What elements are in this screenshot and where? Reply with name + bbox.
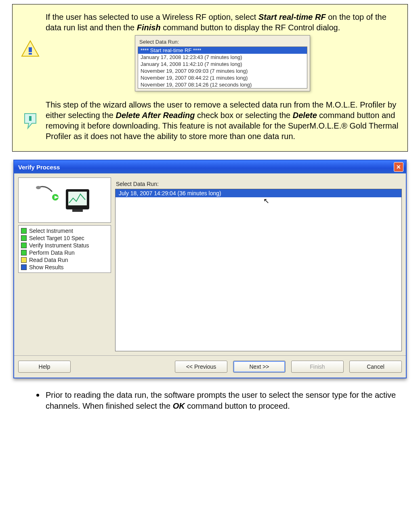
dialog-button-bar: Help << Previous Next >> Finish Cancel	[14, 355, 406, 378]
inset-item-selected: **** Start real-time RF ****	[138, 47, 307, 54]
note-row-delete: This step of the wizard allows the user …	[21, 99, 399, 141]
note-row-rf: If the user has selected to use a Wirele…	[21, 12, 399, 96]
wizard-step: Verify Instrument Status	[21, 242, 108, 249]
inset-item: November 19, 2007 09:09:03 (7 minutes lo…	[138, 68, 307, 74]
step-label: Read Data Run	[29, 257, 68, 263]
bold-delete: Delete	[293, 111, 317, 120]
inset-label: Select Data Run:	[139, 39, 307, 45]
svg-rect-4	[29, 116, 32, 121]
step-label: Show Results	[29, 264, 64, 270]
inset-item: November 19, 2007 08:44:22 (1 minutes lo…	[138, 74, 307, 81]
note-delete-text: This step of the wizard allows the user …	[46, 99, 399, 141]
previous-button[interactable]: << Previous	[175, 361, 227, 373]
svg-rect-7	[72, 209, 83, 212]
svg-rect-1	[29, 47, 32, 52]
bold-finish: Finish	[137, 23, 161, 32]
text: command button to display the RF Control…	[161, 23, 340, 32]
step-label: Select Target 10 Spec	[29, 235, 84, 241]
text: command button to proceed.	[185, 401, 290, 410]
list-label: Select Data Run:	[116, 181, 402, 187]
step-label: Perform Data Run	[29, 249, 75, 256]
bold-start-rf: Start real-time RF	[258, 13, 326, 21]
tip-icon	[21, 111, 40, 130]
svg-point-10	[36, 186, 41, 189]
step-label: Select Instrument	[29, 228, 73, 234]
close-button[interactable]: ✕	[394, 162, 403, 172]
finish-button[interactable]: Finish	[291, 361, 344, 373]
step-status-icon	[21, 250, 27, 255]
info-icon	[21, 40, 40, 59]
wizard-step: Select Instrument	[21, 227, 108, 234]
inset-select-data-run: Select Data Run: **** Start real-time RF…	[46, 35, 399, 91]
help-button[interactable]: Help	[18, 361, 71, 373]
note-rf-text: If the user has selected to use a Wirele…	[46, 12, 399, 33]
step-status-icon	[21, 235, 27, 241]
cancel-button[interactable]: Cancel	[349, 361, 402, 373]
verify-process-dialog: Verify Process ✕ Select Instrument Selec…	[13, 160, 407, 378]
bold-ok: OK	[173, 401, 185, 410]
wizard-step: Read Data Run	[21, 256, 108, 264]
step-status-icon	[21, 257, 27, 263]
next-button[interactable]: Next >>	[233, 361, 286, 373]
bullet-text: Prior to reading the data run, the softw…	[46, 390, 400, 412]
bold-delete-after: Delete After Reading	[116, 111, 195, 120]
wizard-sidebar: Select Instrument Select Target 10 Spec …	[18, 177, 111, 351]
text: check box or selecting the	[195, 111, 292, 120]
wizard-step: Perform Data Run	[21, 249, 108, 256]
inset-list: **** Start real-time RF **** January 17,…	[138, 46, 307, 89]
post-dialog-bullet: Prior to reading the data run, the softw…	[12, 390, 408, 412]
svg-rect-2	[29, 53, 32, 55]
inset-item: November 19, 2007 08:14:26 (12 seconds l…	[138, 81, 307, 88]
inset-item: January 14, 2008 11:42:10 (7 minutes lon…	[138, 61, 307, 68]
window-title: Verify Process	[18, 164, 60, 171]
step-status-icon	[21, 243, 27, 248]
inset-item: January 17, 2008 12:23:43 (7 minutes lon…	[138, 54, 307, 61]
wizard-step: Select Target 10 Spec	[21, 234, 108, 242]
information-note-box: If the user has selected to use a Wirele…	[12, 4, 408, 152]
titlebar[interactable]: Verify Process ✕	[14, 160, 406, 173]
text: If the user has selected to use a Wirele…	[46, 13, 258, 21]
step-status-icon	[21, 228, 27, 234]
wizard-steps: Select Instrument Select Target 10 Spec …	[18, 225, 111, 273]
wizard-step: Show Results	[21, 264, 108, 271]
wizard-graphic	[18, 177, 111, 223]
data-run-listbox[interactable]: July 18, 2007 14:29:04 (36 minutes long)…	[115, 189, 402, 351]
list-item[interactable]: July 18, 2007 14:29:04 (36 minutes long)	[116, 189, 401, 197]
step-status-icon	[21, 264, 27, 270]
cursor-icon: ↖	[263, 196, 269, 205]
bullet-icon	[36, 394, 39, 397]
step-label: Verify Instrument Status	[29, 242, 89, 249]
